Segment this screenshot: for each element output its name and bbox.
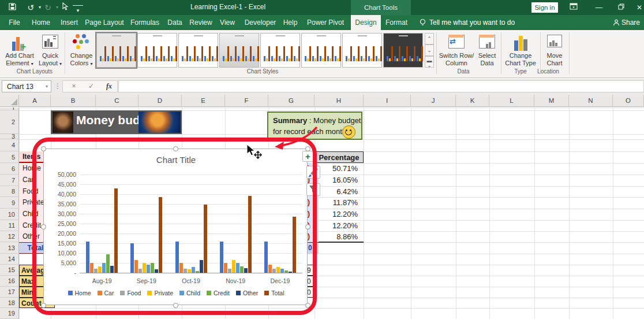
chart-filters-button[interactable] [306,183,320,196]
tab-power-pivot[interactable]: Power Pivot [302,15,349,30]
legend-item-credit[interactable]: Credit [207,290,230,296]
chart-elements-button[interactable]: + [302,151,313,162]
row-header-8[interactable]: 8 [0,186,19,197]
touch-mode-icon[interactable] [60,2,70,13]
column-header-C[interactable]: C [96,95,138,107]
tab-help[interactable]: Help [280,15,300,30]
row-header-5[interactable]: 5 [0,151,19,163]
chart-resize-handle[interactable] [305,146,310,151]
ribbon-display-options-icon[interactable] [568,2,579,13]
column-header-E[interactable]: E [182,95,225,107]
row-header-4[interactable]: 4 [0,139,19,151]
gallery-scroll-down-button[interactable]: ⌄ [425,44,434,56]
sign-in-button[interactable]: Sign in [531,2,558,13]
chart-resize-handle[interactable] [305,303,310,308]
chart-style-thumbnail-4[interactable] [219,33,259,68]
percentage-cell[interactable]: 16.05% [314,175,361,186]
tab-page-layout[interactable]: Page Layout [84,15,125,30]
legend-item-car[interactable]: Car [98,290,114,296]
chart-style-thumbnail-8[interactable] [383,33,423,68]
column-header-K[interactable]: K [456,95,489,107]
legend-item-other[interactable]: Other [236,290,258,296]
percentage-cell[interactable]: 6.42% [314,186,361,197]
row-header-11[interactable]: 11 [0,220,19,231]
gallery-more-button[interactable]: ▬⌄ [425,56,434,68]
column-header-A[interactable]: A [19,95,51,107]
percentage-cell[interactable]: 12.20% [314,209,361,220]
tell-me-label[interactable]: Tell me what you want to do [429,15,515,30]
row-header-10[interactable]: 10 [0,209,19,220]
chart-style-thumbnail-1[interactable] [96,33,136,68]
row-header-6[interactable]: 6 [0,163,19,175]
tab-data[interactable]: Data [165,15,185,30]
switch-row-column-button[interactable]: ⇄ Switch Row/ Column [439,32,474,73]
column-header-M[interactable]: M [534,95,569,107]
column-header-J[interactable]: J [411,95,456,107]
column-header-I[interactable]: I [364,95,411,107]
move-chart-button[interactable]: Move Chart [541,32,568,73]
select-data-button[interactable]: Select Data [475,32,499,73]
row-header-13[interactable]: 13 [0,242,19,254]
chart-resize-handle[interactable] [305,224,310,229]
percentage-cell[interactable]: 50.71% [314,163,361,175]
tab-review[interactable]: Review [188,15,214,30]
formula-input[interactable] [118,80,644,92]
legend-item-child[interactable]: Child [179,290,200,296]
row-header-9[interactable]: 9 [0,197,19,209]
chart-style-thumbnail-2[interactable] [137,33,177,68]
chart-styles-button[interactable] [306,166,320,179]
minimize-button[interactable]: — [593,2,605,13]
column-header-B[interactable]: B [51,95,96,107]
legend-item-home[interactable]: Home [68,290,91,296]
change-chart-type-button[interactable]: Change Chart Type [503,32,538,73]
chart-legend[interactable]: HomeCarFoodPrivateChildCreditOtherTotal [44,290,308,296]
tell-me-bulb-icon[interactable] [419,15,426,32]
row-header-19[interactable]: 19 [0,308,19,319]
chart-resize-handle[interactable] [41,146,46,151]
gallery-scroll-up-button[interactable]: ⌃ [425,33,434,44]
enter-icon[interactable]: ✓ [87,80,96,92]
quick-layout-button[interactable]: Quick Layout ▾ [37,32,63,73]
add-chart-element-button[interactable]: + Add Chart Element ▾ [3,32,36,73]
tab-developer[interactable]: Developer [242,15,278,30]
tab-insert[interactable]: Insert [58,15,81,30]
row-header-15[interactable]: 15 [0,265,19,276]
row-header-2[interactable]: 2 [0,110,19,134]
column-header-L[interactable]: L [489,95,534,107]
customize-qat-icon[interactable]: ▾ [73,5,83,13]
row-header-12[interactable]: 12 [0,231,19,242]
tab-file[interactable]: File [5,15,24,30]
cancel-icon[interactable]: × [69,80,78,92]
chart-resize-handle[interactable] [173,146,178,151]
percentage-cell[interactable]: 8.86% [314,231,361,242]
chart-style-thumbnail-7[interactable] [342,33,382,68]
legend-item-total[interactable]: Total [264,290,284,296]
close-button[interactable]: ✕ [634,2,644,13]
column-header-D[interactable]: D [138,95,182,107]
column-header-O[interactable]: O [613,95,644,107]
row-header-16[interactable]: 16 [0,276,19,287]
maximize-button[interactable] [615,2,627,13]
chart-resize-handle[interactable] [173,303,178,308]
tab-formulas[interactable]: Formulas [128,15,162,30]
chart-resize-handle[interactable] [41,224,46,229]
chart-style-thumbnail-6[interactable] [301,33,341,68]
row-header-14[interactable]: 14 [0,254,19,265]
row-header-3[interactable]: 3 [0,134,19,139]
row-header-18[interactable]: 18 [0,298,19,308]
share-button[interactable]: Share [621,15,640,30]
column-header-F[interactable]: F [225,95,268,107]
chart-style-thumbnail-3[interactable] [178,33,218,68]
column-header-H[interactable]: H [314,95,364,107]
chart[interactable]: Chart Title 50,00045,00040,00035,00030,0… [43,149,308,305]
row-header-7[interactable]: 7 [0,175,19,186]
tab-format[interactable]: Format [381,15,412,30]
tab-home[interactable]: Home [29,15,53,30]
row-header-17[interactable]: 17 [0,287,19,298]
name-box-dropdown-icon[interactable]: ▾ [43,80,51,92]
tab-view[interactable]: View [216,15,239,30]
legend-item-private[interactable]: Private [147,290,173,296]
tab-design[interactable]: Design [351,15,381,30]
insert-function-icon[interactable]: fx [104,80,114,92]
chart-style-thumbnail-5[interactable] [260,33,300,68]
